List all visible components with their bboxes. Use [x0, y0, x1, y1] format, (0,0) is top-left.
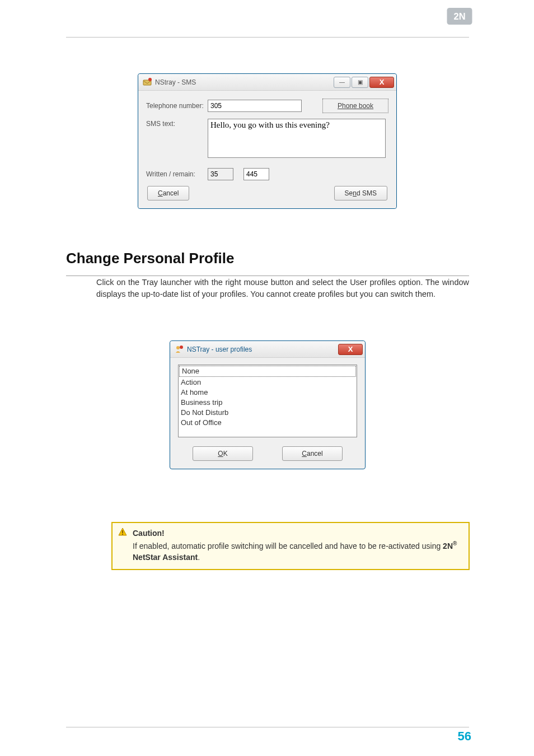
send-sms-button[interactable]: Send SMS [334, 186, 387, 200]
svg-point-4 [176, 346, 180, 349]
footer-divider [66, 727, 469, 727]
close-button[interactable]: X [369, 77, 394, 88]
maximize-button[interactable]: ▣ [352, 77, 368, 88]
sms-dialog: NStray - SMS — ▣ X Telephone number: Pho… [138, 73, 397, 209]
close-button[interactable]: X [338, 344, 363, 355]
caution-body: If enabled, automatic profile switching … [133, 540, 462, 563]
profiles-title: NSTray - user profiles [187, 346, 337, 353]
list-item[interactable]: Action [179, 377, 357, 388]
cancel-button[interactable]: Cancel [147, 186, 189, 200]
phone-book-button[interactable]: Phone book [322, 99, 388, 113]
app-icon [175, 345, 184, 354]
written-count [208, 168, 233, 180]
telephone-label: Telephone number: [146, 102, 208, 110]
sms-titlebar: NStray - SMS — ▣ X [138, 74, 396, 91]
list-item[interactable]: Business trip [179, 398, 357, 408]
warning-icon [118, 528, 127, 536]
profiles-dialog: NSTray - user profiles X None Action At … [170, 340, 366, 469]
brand-logo: 2N [447, 8, 472, 25]
written-remain-label: Written / remain: [146, 170, 208, 178]
minimize-button[interactable]: — [334, 77, 350, 88]
telephone-input[interactable] [208, 100, 302, 112]
list-item[interactable]: Do Not Disturb [179, 408, 357, 418]
svg-point-3 [148, 78, 152, 81]
svg-rect-6 [122, 530, 123, 533]
caution-box: Caution! If enabled, automatic profile s… [111, 522, 470, 570]
page-number: 56 [458, 729, 471, 744]
ok-button[interactable]: OK [193, 446, 253, 461]
cancel-button[interactable]: Cancel [282, 446, 343, 461]
sms-text-input[interactable]: Hello, you go with us this evening? [208, 119, 386, 158]
profiles-listbox[interactable]: None Action At home Business trip Do Not… [178, 365, 357, 437]
sms-title: NStray - SMS [155, 78, 332, 86]
header-divider [66, 37, 469, 38]
app-icon [143, 78, 152, 87]
section-heading: Change Personal Profile [66, 250, 235, 267]
svg-rect-7 [122, 534, 123, 535]
section-body: Click on the Tray launcher with the righ… [96, 277, 469, 300]
profiles-titlebar: NSTray - user profiles X [170, 341, 365, 358]
list-item[interactable]: At home [179, 388, 357, 398]
section-divider [66, 276, 469, 276]
list-item[interactable]: Out of Office [179, 418, 357, 428]
remain-count [243, 168, 269, 180]
svg-text:2N: 2N [453, 11, 465, 21]
svg-point-5 [180, 346, 183, 349]
sms-text-label: SMS text: [146, 119, 208, 128]
list-item[interactable]: None [179, 366, 356, 377]
caution-title: Caution! [133, 528, 462, 539]
